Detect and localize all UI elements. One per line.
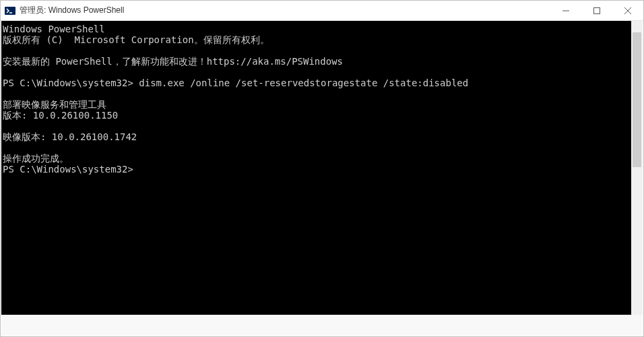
blank-line: [3, 67, 630, 78]
dism-title: 部署映像服务和管理工具: [3, 99, 630, 110]
terminal-area: Windows PowerShell版权所有 (C) Microsoft Cor…: [1, 21, 631, 315]
titlebar[interactable]: 管理员: Windows PowerShell: [1, 1, 643, 21]
prompt-prefix: PS C:\Windows\system32>: [3, 164, 133, 175]
vertical-scrollbar[interactable]: [631, 21, 643, 315]
powershell-window: 管理员: Windows PowerShell Windows PowerShe…: [0, 0, 644, 337]
close-button[interactable]: [612, 1, 643, 21]
image-version: 映像版本: 10.0.26100.1742: [3, 131, 630, 142]
blank-line: [3, 45, 630, 56]
svg-rect-3: [594, 8, 600, 14]
command-line: PS C:\Windows\system32> dism.exe /online…: [3, 78, 630, 88]
window-title: 管理员: Windows PowerShell: [20, 5, 550, 16]
prompt-ready[interactable]: PS C:\Windows\system32>: [3, 164, 630, 175]
ps-header-line2: 版权所有 (C) Microsoft Corporation。保留所有权利。: [3, 34, 630, 45]
blank-line: [3, 142, 630, 153]
prompt-prefix: PS C:\Windows\system32>: [3, 78, 133, 88]
blank-line: [3, 121, 630, 131]
ps-header-line1: Windows PowerShell: [3, 24, 630, 34]
maximize-button[interactable]: [581, 1, 612, 21]
bottom-strip: [1, 315, 643, 336]
scrollbar-thumb[interactable]: [633, 32, 641, 167]
entered-command: dism.exe /online /set-reservedstoragesta…: [139, 78, 468, 88]
minimize-button[interactable]: [550, 1, 581, 21]
svg-rect-0: [5, 7, 15, 15]
blank-line: [3, 88, 630, 99]
success-message: 操作成功完成。: [3, 153, 630, 164]
dism-version: 版本: 10.0.26100.1150: [3, 110, 630, 121]
powershell-icon: [5, 5, 15, 16]
terminal-output[interactable]: Windows PowerShell版权所有 (C) Microsoft Cor…: [1, 21, 631, 315]
install-hint: 安装最新的 PowerShell，了解新功能和改进！https://aka.ms…: [3, 56, 630, 67]
window-controls: [550, 1, 643, 20]
